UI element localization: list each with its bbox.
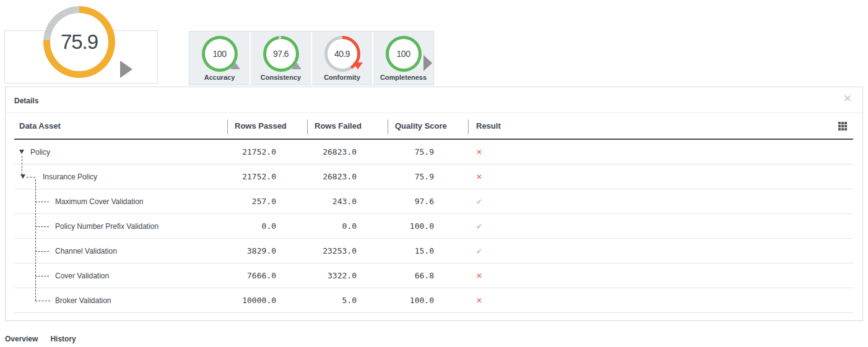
metric-tile-conformity[interactable]: 40.9 Conformity bbox=[312, 32, 372, 85]
consistency-label: Consistency bbox=[261, 74, 301, 81]
quality-score-value: 97.6 bbox=[388, 197, 468, 206]
quality-score-value: 15.0 bbox=[388, 246, 468, 255]
table-header-row: Data Asset Rows Passed Rows Failed Quali… bbox=[14, 113, 853, 140]
rows-failed-value: 26823.0 bbox=[307, 147, 388, 156]
trend-up-icon bbox=[292, 62, 302, 69]
collapse-caret-icon[interactable] bbox=[20, 174, 25, 179]
metrics-panel: 100 Accuracy 97.6 Consistency 40.9 Confo… bbox=[189, 31, 434, 85]
data-asset-name: Channel Validation bbox=[55, 247, 117, 255]
rows-passed-value: 257.0 bbox=[227, 197, 307, 206]
completeness-gauge: 100 bbox=[386, 36, 422, 72]
metric-tile-accuracy[interactable]: 100 Accuracy bbox=[189, 32, 250, 85]
details-titlebar: Details ✕ bbox=[6, 87, 862, 113]
overall-score-value: 75.9 bbox=[50, 13, 108, 71]
table-row[interactable]: Broker Validation 10000.0 5.0 100.0 ✕ bbox=[14, 288, 853, 313]
quality-score-value: 75.9 bbox=[388, 172, 468, 181]
rows-failed-value: 5.0 bbox=[307, 296, 388, 305]
completeness-value: 100 bbox=[389, 39, 419, 69]
data-asset-name: Cover Validation bbox=[55, 272, 109, 280]
data-asset-name: Policy bbox=[30, 148, 50, 156]
details-panel: Details ✕ Data Asset Rows Passed Rows Fa… bbox=[5, 87, 863, 321]
rows-passed-value: 3829.0 bbox=[227, 246, 307, 255]
accuracy-label: Accuracy bbox=[204, 74, 235, 81]
column-header-data-asset: Data Asset bbox=[14, 113, 227, 139]
trend-up-icon bbox=[230, 62, 240, 69]
rows-failed-value: 0.0 bbox=[307, 221, 388, 231]
result-mark-icon: ✕ bbox=[476, 272, 482, 280]
result-mark-icon: ✕ bbox=[476, 173, 482, 181]
collapse-caret-icon[interactable] bbox=[19, 150, 24, 154]
scorecard-dashboard: 75.9 100 Accuracy 97.6 Consistency 40.9 … bbox=[0, 0, 868, 347]
close-icon[interactable]: ✕ bbox=[843, 93, 852, 104]
rows-failed-value: 23253.0 bbox=[307, 246, 388, 255]
metric-tile-completeness[interactable]: 100 Completeness bbox=[373, 32, 433, 85]
rows-passed-value: 21752.0 bbox=[227, 147, 307, 156]
result-mark-icon: ✓ bbox=[476, 247, 482, 255]
rows-failed-value: 26823.0 bbox=[307, 172, 388, 181]
result-mark-icon: ✕ bbox=[476, 296, 482, 305]
table-row[interactable]: Insurance Policy 21752.0 26823.0 75.9 ✕ bbox=[14, 165, 853, 189]
overall-right-arrow-icon[interactable] bbox=[120, 61, 132, 78]
column-header-rows-failed: Rows Failed bbox=[307, 113, 388, 139]
result-mark-icon: ✓ bbox=[476, 197, 482, 206]
table-row[interactable]: Policy 21752.0 26823.0 75.9 ✕ bbox=[14, 140, 853, 165]
rows-passed-value: 7666.0 bbox=[227, 271, 307, 280]
tab-history[interactable]: History bbox=[50, 335, 76, 343]
grid-icon[interactable] bbox=[838, 122, 847, 131]
right-arrow-icon bbox=[423, 55, 432, 71]
column-header-quality-score: Quality Score bbox=[388, 113, 468, 139]
tab-overview[interactable]: Overview bbox=[5, 335, 38, 343]
quality-score-value: 75.9 bbox=[388, 147, 468, 156]
quality-score-value: 66.8 bbox=[388, 271, 468, 280]
rows-passed-value: 21752.0 bbox=[227, 172, 307, 181]
trend-down-icon bbox=[353, 62, 363, 69]
footer-tabs: Overview History bbox=[5, 335, 76, 343]
column-header-rows-passed: Rows Passed bbox=[227, 113, 307, 139]
metric-tile-consistency[interactable]: 97.6 Consistency bbox=[251, 32, 311, 85]
table-row[interactable]: Policy Number Prefix Validation 0.0 0.0 … bbox=[14, 214, 853, 239]
data-asset-name: Insurance Policy bbox=[43, 173, 97, 181]
quality-score-value: 100.0 bbox=[388, 221, 468, 231]
rows-failed-value: 243.0 bbox=[307, 197, 388, 206]
data-asset-name: Policy Number Prefix Validation bbox=[55, 222, 158, 231]
table-body: Policy 21752.0 26823.0 75.9 ✕ Insurance … bbox=[14, 140, 853, 313]
data-asset-name: Broker Validation bbox=[55, 296, 111, 305]
result-mark-icon: ✓ bbox=[476, 222, 482, 231]
table-row[interactable]: Maximum Cover Validation 257.0 243.0 97.… bbox=[14, 189, 853, 214]
rows-passed-value: 10000.0 bbox=[227, 296, 307, 305]
table-row[interactable]: Channel Validation 3829.0 23253.0 15.0 ✓ bbox=[14, 239, 853, 263]
column-header-result: Result bbox=[468, 113, 853, 139]
details-title: Details bbox=[14, 96, 38, 105]
rows-passed-value: 0.0 bbox=[227, 221, 307, 231]
quality-score-value: 100.0 bbox=[388, 296, 468, 305]
conformity-label: Conformity bbox=[324, 74, 360, 81]
overall-score-gauge: 75.9 bbox=[43, 6, 115, 78]
data-asset-name: Maximum Cover Validation bbox=[55, 197, 144, 206]
completeness-label: Completeness bbox=[380, 74, 427, 81]
table-row[interactable]: Cover Validation 7666.0 3322.0 66.8 ✕ bbox=[14, 263, 853, 288]
result-mark-icon: ✕ bbox=[476, 148, 482, 156]
rows-failed-value: 3322.0 bbox=[307, 271, 388, 280]
